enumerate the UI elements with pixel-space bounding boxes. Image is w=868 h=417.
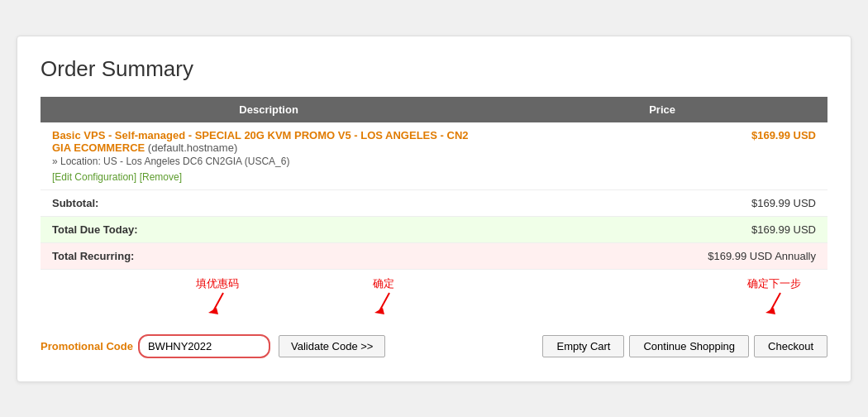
col-header-price: Price <box>497 97 827 122</box>
promo-code-label: Promotional Code <box>41 340 133 352</box>
annotation-confirm: 确定 <box>371 276 396 314</box>
subtotal-value: $169.99 USD <box>497 189 827 216</box>
table-row-subtotal: Subtotal: $169.99 USD <box>41 189 827 216</box>
product-price-cell: $169.99 USD <box>497 122 827 190</box>
annotation-fill-code: 填优惠码 <box>196 276 239 314</box>
product-hostname: (default.hostname) <box>148 141 237 154</box>
product-name: Basic VPS - Self-managed - SPECIAL 20G K… <box>52 129 469 154</box>
subtotal-label: Subtotal: <box>41 189 497 216</box>
page-title: Order Summary <box>41 56 827 82</box>
annotation-next-step: 确定下一步 <box>747 276 801 314</box>
total-due-label: Total Due Today: <box>41 216 497 242</box>
annotation-next-label: 确定下一步 <box>747 276 801 291</box>
checkout-button[interactable]: Checkout <box>754 335 827 357</box>
continue-shopping-button[interactable]: Continue Shopping <box>629 335 749 357</box>
annotation-fill-label: 填优惠码 <box>196 276 239 291</box>
promo-controls-row: Promotional Code Validate Code >> Empty … <box>41 334 827 358</box>
arrow-next-icon <box>762 291 787 314</box>
action-buttons-group: Empty Cart Continue Shopping Checkout <box>542 335 827 357</box>
total-due-value: $169.99 USD <box>497 216 827 242</box>
product-actions: [Edit Configuration] [Remove] <box>52 170 485 183</box>
product-description-cell: Basic VPS - Self-managed - SPECIAL 20G K… <box>41 122 497 190</box>
annotation-confirm-label: 确定 <box>373 276 394 291</box>
col-header-description: Description <box>41 97 497 122</box>
remove-link[interactable]: [Remove] <box>140 171 182 183</box>
svg-line-2 <box>379 293 389 311</box>
promo-code-input[interactable] <box>138 334 270 358</box>
svg-line-4 <box>770 293 780 311</box>
table-row-product: Basic VPS - Self-managed - SPECIAL 20G K… <box>41 122 827 190</box>
svg-marker-1 <box>208 308 218 314</box>
table-row-total-due: Total Due Today: $169.99 USD <box>41 216 827 242</box>
arrow-confirm-icon <box>371 291 396 314</box>
validate-code-button[interactable]: Validate Code >> <box>279 335 386 357</box>
svg-line-0 <box>213 293 223 311</box>
arrow-fill-icon <box>205 291 230 314</box>
annotation-row: 填优惠码 确定 确定下一步 <box>41 276 827 319</box>
svg-marker-5 <box>765 308 775 314</box>
order-table: Description Price Basic VPS - Self-manag… <box>41 97 827 270</box>
total-recurring-label: Total Recurring: <box>41 242 497 269</box>
product-location: » Location: US - Los Angeles DC6 CN2GIA … <box>52 156 485 167</box>
edit-configuration-link[interactable]: [Edit Configuration] <box>52 171 136 183</box>
total-recurring-value: $169.99 USD Annually <box>497 242 827 269</box>
bottom-area: 填优惠码 确定 确定下一步 <box>41 276 827 358</box>
svg-marker-3 <box>374 308 384 314</box>
table-row-total-recurring: Total Recurring: $169.99 USD Annually <box>41 242 827 269</box>
empty-cart-button[interactable]: Empty Cart <box>542 335 624 357</box>
order-summary-card: Order Summary Description Price Basic VP… <box>17 36 851 382</box>
